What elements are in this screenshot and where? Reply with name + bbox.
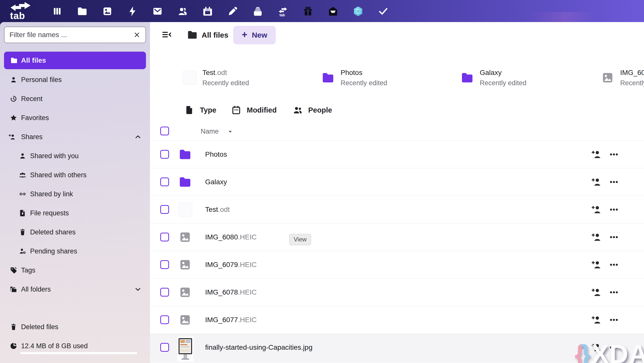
- sidebar-item-personal-files[interactable]: Personal files: [0, 70, 150, 89]
- new-button[interactable]: + New: [233, 26, 276, 44]
- sidebar-item-deleted-shares[interactable]: Deleted shares: [0, 223, 150, 242]
- share-button[interactable]: [591, 259, 602, 270]
- actions-menu-button[interactable]: [608, 149, 620, 160]
- table-row-hovered[interactable]: finally-started-using-Capacities.jpg: [150, 334, 644, 363]
- app-gift-icon[interactable]: [301, 4, 315, 18]
- breadcrumb-folder-icon: [187, 29, 198, 41]
- recent-card-galaxy[interactable]: GalaxyRecently edited: [460, 60, 526, 95]
- app-notes-icon[interactable]: [226, 4, 240, 18]
- share-button[interactable]: [591, 149, 602, 160]
- sidebar-item-tags[interactable]: Tags: [0, 261, 150, 280]
- card-subtitle: Recently edited: [341, 79, 387, 87]
- sidebar-item-all-folders[interactable]: All folders: [0, 280, 150, 299]
- app-logo[interactable]: tab: [8, 1, 35, 22]
- chevron-up-icon[interactable]: [134, 133, 142, 141]
- app-inbox-icon[interactable]: [326, 4, 340, 18]
- row-checkbox[interactable]: [160, 315, 169, 324]
- app-cube-icon[interactable]: [351, 4, 365, 18]
- actions-menu-button[interactable]: [608, 176, 620, 188]
- pie-chart-icon: [10, 342, 18, 350]
- file-name: IMG_6077: [205, 316, 238, 324]
- filter-people[interactable]: People: [292, 102, 332, 118]
- recent-card-test[interactable]: Test.odtRecently edited: [183, 60, 249, 95]
- recent-card-img[interactable]: IMG_6080.HEICRecently edited: [601, 60, 644, 95]
- table-row[interactable]: IMG_6079.HEIC: [150, 251, 644, 279]
- card-extension: .odt: [215, 69, 227, 76]
- document-thumbnail: [178, 203, 192, 217]
- actions-menu-button[interactable]: [608, 204, 620, 215]
- sidebar-item-label: Shared with you: [30, 152, 79, 160]
- app-tab-mini-icon[interactable]: tab: [276, 4, 290, 18]
- sidebar-item-pending-shares[interactable]: Pending shares: [0, 242, 150, 261]
- actions-menu-button[interactable]: [608, 259, 620, 270]
- row-checkbox[interactable]: [160, 205, 169, 214]
- app-activity-icon[interactable]: [125, 4, 139, 18]
- row-checkbox[interactable]: [160, 233, 169, 241]
- app-photos-icon[interactable]: [100, 4, 114, 18]
- row-checkbox[interactable]: [160, 343, 169, 352]
- app-calendar-icon[interactable]: [201, 4, 215, 18]
- app-mail-icon[interactable]: [150, 4, 165, 18]
- app-files-icon[interactable]: [75, 4, 89, 18]
- sidebar-item-file-requests[interactable]: File requests: [0, 204, 150, 223]
- filter-input[interactable]: Filter file names ...: [4, 27, 146, 43]
- app-contacts-icon[interactable]: [176, 4, 190, 18]
- folder-icon: [178, 175, 192, 189]
- sidebar-item-shared-with-you[interactable]: Shared with you: [0, 146, 150, 165]
- actions-menu-button[interactable]: [608, 314, 620, 326]
- row-checkbox[interactable]: [160, 177, 169, 186]
- collapse-sidebar-icon: [161, 29, 172, 40]
- folders-icon: [10, 285, 18, 293]
- chevron-down-icon[interactable]: [134, 285, 142, 293]
- table-row[interactable]: IMG_6077.HEIC: [150, 306, 644, 334]
- actions-menu-button[interactable]: [608, 287, 620, 298]
- xda-watermark: { } XDA: [575, 341, 644, 363]
- close-icon[interactable]: [133, 31, 140, 38]
- table-row[interactable]: Photos: [150, 141, 644, 168]
- sidebar-item-shares[interactable]: Shares: [0, 127, 150, 146]
- file-extension: .HEIC: [238, 316, 257, 324]
- row-checkbox[interactable]: [160, 288, 169, 297]
- breadcrumb[interactable]: All files: [202, 31, 228, 39]
- app-dashboard-icon[interactable]: [50, 4, 64, 18]
- actions-menu-button[interactable]: [608, 231, 620, 243]
- file-upload-icon: [19, 209, 27, 217]
- sort-descending-icon[interactable]: [227, 128, 234, 135]
- file-name: IMG_6079: [205, 261, 238, 268]
- row-checkbox[interactable]: [160, 150, 169, 159]
- sidebar-item-label: Personal files: [21, 76, 62, 84]
- filter-type[interactable]: Type: [184, 102, 216, 118]
- table-row[interactable]: Galaxy: [150, 168, 644, 196]
- collapse-sidebar-button[interactable]: [159, 28, 174, 42]
- sidebar-item-favorites[interactable]: Favorites: [0, 108, 150, 127]
- column-name[interactable]: Name: [201, 128, 219, 135]
- share-button[interactable]: [591, 314, 602, 326]
- sidebar-item-label: Shared with others: [30, 171, 87, 179]
- share-button[interactable]: [591, 231, 602, 243]
- share-button[interactable]: [591, 287, 602, 298]
- sidebar-item-shared-by-link[interactable]: Shared by link: [0, 185, 150, 204]
- filter-modified[interactable]: Modified: [231, 102, 277, 118]
- share-button[interactable]: [591, 204, 602, 215]
- table-row[interactable]: Test.odt: [150, 196, 644, 223]
- sidebar-item-label: Shared by link: [30, 190, 73, 198]
- table-row[interactable]: IMG_6080.HEIC: [150, 223, 644, 251]
- file-list: Photos Galaxy Test.odt: [150, 140, 644, 363]
- topbar-gradient-streak: [468, 12, 644, 22]
- person-clock-icon: [19, 247, 27, 255]
- sidebar-item-shared-with-others[interactable]: Shared with others: [0, 165, 150, 185]
- app-tasks-icon[interactable]: [376, 4, 390, 18]
- row-checkbox[interactable]: [160, 260, 169, 269]
- select-all-checkbox[interactable]: [160, 127, 169, 135]
- app-archive-icon[interactable]: [251, 4, 265, 18]
- table-row[interactable]: IMG_6078.HEIC: [150, 279, 644, 306]
- people-icon: [292, 105, 303, 116]
- recent-card-photos[interactable]: PhotosRecently edited: [321, 60, 387, 95]
- share-button[interactable]: [591, 176, 602, 188]
- sidebar-item-recent[interactable]: Recent: [0, 89, 150, 108]
- document-thumbnail: [183, 71, 197, 85]
- sidebar-item-label: Deleted files: [21, 323, 58, 331]
- sidebar-item-all-files[interactable]: All files: [4, 52, 146, 69]
- sidebar-item-deleted-files[interactable]: Deleted files: [0, 317, 150, 336]
- image-icon: [178, 230, 192, 244]
